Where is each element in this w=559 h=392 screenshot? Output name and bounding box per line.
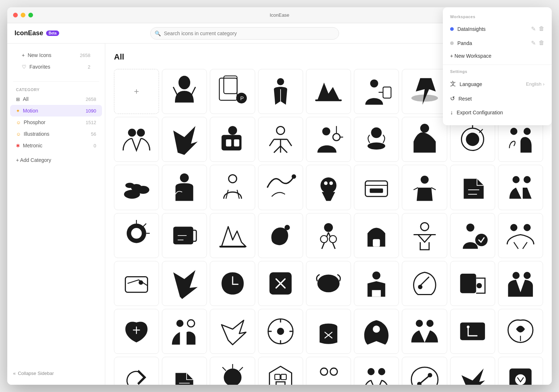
svg-point-5 [277, 78, 284, 85]
icon-cell[interactable] [162, 309, 207, 354]
svg-point-37 [329, 181, 333, 185]
sidebar-item-all[interactable]: ⊞ All 2658 [10, 93, 102, 105]
icon-cell[interactable] [354, 261, 399, 306]
icon-cell[interactable] [402, 261, 447, 306]
icon-cell[interactable] [354, 213, 399, 258]
icon-cell[interactable] [258, 117, 303, 162]
icon-cell[interactable] [162, 69, 207, 114]
svg-point-7 [370, 79, 378, 87]
close-button[interactable] [13, 13, 18, 17]
icon-cell[interactable] [306, 309, 351, 354]
icon-cell[interactable] [306, 357, 351, 385]
search-input[interactable] [150, 27, 339, 40]
language-setting[interactable]: 文 Language English › [443, 77, 552, 91]
sidebar-item-metronic[interactable]: ✱ Metronic 0 [10, 140, 102, 151]
add-icon-cell[interactable]: + [114, 69, 159, 114]
icon-cell[interactable] [114, 165, 159, 210]
icon-cell[interactable] [210, 117, 255, 162]
icon-cell[interactable] [498, 357, 543, 385]
icon-cell[interactable] [162, 165, 207, 210]
sidebar-item-motion[interactable]: ✦ Motion 1090 [10, 105, 102, 117]
new-workspace-button[interactable]: + New Workspace [443, 50, 552, 62]
icon-cell[interactable] [402, 165, 447, 210]
icon-cell[interactable] [258, 165, 303, 210]
all-label: All [23, 96, 29, 102]
export-label: Export Configuration [457, 110, 503, 115]
icon-cell[interactable] [210, 213, 255, 258]
icon-cell[interactable] [162, 213, 207, 258]
icon-cell[interactable] [354, 117, 399, 162]
fullscreen-button[interactable] [28, 13, 33, 17]
motion-label: Motion [23, 108, 38, 114]
svg-point-63 [418, 285, 422, 289]
icon-cell[interactable] [306, 213, 351, 258]
minimize-button[interactable] [21, 13, 25, 17]
icon-cell[interactable] [210, 165, 255, 210]
icon-cell[interactable] [258, 261, 303, 306]
svg-point-48 [285, 225, 290, 230]
icon-cell[interactable] [306, 117, 351, 162]
sidebar-top: + New Icons 2658 ♡ Favorites 2 [7, 49, 105, 78]
collapse-sidebar-button[interactable]: « Collapse Sidebar [13, 371, 99, 376]
icon-cell[interactable] [210, 309, 255, 354]
icon-cell[interactable] [162, 357, 207, 385]
svg-point-76 [467, 326, 469, 328]
icon-cell[interactable] [114, 357, 159, 385]
svg-point-36 [324, 181, 328, 185]
icon-cell[interactable] [258, 357, 303, 385]
icon-cell[interactable]: P [210, 69, 255, 114]
icon-cell[interactable] [354, 69, 399, 114]
svg-point-72 [373, 326, 380, 333]
svg-point-69 [188, 320, 195, 327]
svg-point-33 [229, 175, 237, 183]
icon-cell[interactable] [402, 69, 447, 114]
export-setting[interactable]: ↓ Export Configuration [443, 106, 552, 119]
icon-cell[interactable] [498, 261, 543, 306]
icon-cell[interactable] [114, 309, 159, 354]
icon-cell[interactable] [114, 261, 159, 306]
icon-cell[interactable] [306, 261, 351, 306]
icon-cell[interactable] [498, 165, 543, 210]
svg-point-42 [523, 176, 531, 183]
icon-cell[interactable] [114, 117, 159, 162]
app-body: + New Icons 2658 ♡ Favorites 2 Category … [7, 44, 552, 385]
icon-cell[interactable] [306, 165, 351, 210]
svg-point-56 [510, 224, 518, 231]
traffic-lights [13, 13, 33, 17]
delete-panda-icon[interactable]: 🗑 [539, 44, 544, 46]
svg-rect-47 [219, 246, 246, 248]
icon-cell[interactable] [450, 261, 495, 306]
icon-cell[interactable] [402, 117, 447, 162]
icon-cell[interactable] [258, 309, 303, 354]
icon-cell[interactable] [402, 357, 447, 385]
icon-cell[interactable] [354, 165, 399, 210]
new-icons-button[interactable]: + New Icons 2658 [16, 49, 96, 61]
sidebar-item-phosphor[interactable]: ☺ Phosphor 1512 [10, 117, 102, 128]
icon-cell[interactable] [450, 165, 495, 210]
icon-cell[interactable] [354, 357, 399, 385]
icon-cell[interactable] [354, 309, 399, 354]
icon-cell[interactable] [402, 213, 447, 258]
icon-cell[interactable] [114, 213, 159, 258]
favorites-button[interactable]: ♡ Favorites 2 [16, 61, 96, 73]
icon-cell[interactable] [306, 69, 351, 114]
icon-cell[interactable] [258, 69, 303, 114]
motion-count: 1090 [86, 108, 96, 114]
icon-cell[interactable] [258, 213, 303, 258]
sidebar-item-illustrations[interactable]: ☺ Illustrations 56 [10, 128, 102, 140]
workspace-panda[interactable]: Panda ✎ 🗑 [443, 44, 552, 50]
icon-cell[interactable] [402, 309, 447, 354]
icon-cell[interactable] [162, 117, 207, 162]
icon-cell[interactable] [210, 261, 255, 306]
edit-panda-icon[interactable]: ✎ [531, 44, 536, 46]
icon-cell[interactable] [450, 357, 495, 385]
reset-setting[interactable]: ↺ Reset [443, 91, 552, 106]
icon-cell[interactable] [210, 357, 255, 385]
icon-cell[interactable] [498, 213, 543, 258]
icon-cell[interactable] [162, 261, 207, 306]
icon-cell[interactable] [450, 213, 495, 258]
icon-cell[interactable] [498, 309, 543, 354]
svg-point-87 [515, 374, 526, 385]
icon-cell[interactable] [450, 309, 495, 354]
add-category-button[interactable]: + Add Category [10, 154, 102, 166]
